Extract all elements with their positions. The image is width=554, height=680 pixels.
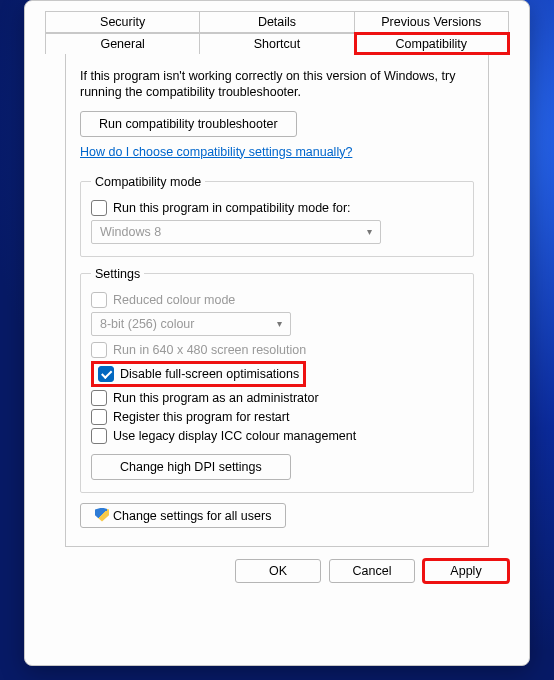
compat-mode-select-value: Windows 8 <box>100 225 161 239</box>
dialog-footer: OK Cancel Apply <box>25 547 529 597</box>
tab-compatibility[interactable]: Compatibility <box>355 33 509 54</box>
colour-mode-select-value: 8-bit (256) colour <box>100 317 195 331</box>
run-admin-label: Run this program as an administrator <box>113 391 319 405</box>
compat-mode-select[interactable]: Windows 8 ▾ <box>91 220 381 244</box>
cancel-button[interactable]: Cancel <box>329 559 415 583</box>
run-admin-checkbox[interactable] <box>91 390 107 406</box>
tab-general[interactable]: General <box>45 33 200 54</box>
change-all-users-button[interactable]: Change settings for all users <box>80 503 286 528</box>
low-res-checkbox <box>91 342 107 358</box>
tab-body: If this program isn't working correctly … <box>65 54 489 547</box>
reduced-colour-checkbox <box>91 292 107 308</box>
colour-mode-select: 8-bit (256) colour ▾ <box>91 312 291 336</box>
settings-legend: Settings <box>91 267 144 281</box>
chevron-down-icon: ▾ <box>367 226 372 237</box>
help-link[interactable]: How do I choose compatibility settings m… <box>80 145 352 159</box>
tab-previous-versions[interactable]: Previous Versions <box>355 11 509 33</box>
compatibility-mode-legend: Compatibility mode <box>91 175 205 189</box>
compatibility-mode-group: Compatibility mode Run this program in c… <box>80 175 474 257</box>
disable-fso-checkbox[interactable] <box>98 366 114 382</box>
tab-strip: Security Details Previous Versions Gener… <box>25 1 529 547</box>
chevron-down-icon: ▾ <box>277 318 282 329</box>
apply-button[interactable]: Apply <box>423 559 509 583</box>
register-restart-label: Register this program for restart <box>113 410 289 424</box>
shield-icon <box>95 508 109 522</box>
legacy-icc-checkbox[interactable] <box>91 428 107 444</box>
properties-window: Security Details Previous Versions Gener… <box>24 0 530 666</box>
change-dpi-button[interactable]: Change high DPI settings <box>91 454 291 480</box>
tab-security[interactable]: Security <box>45 11 200 33</box>
compat-mode-checkbox[interactable] <box>91 200 107 216</box>
legacy-icc-label: Use legacy display ICC colour management <box>113 429 356 443</box>
disable-fso-highlight: Disable full-screen optimisations <box>91 361 306 387</box>
run-troubleshooter-button[interactable]: Run compatibility troubleshooter <box>80 111 297 137</box>
intro-text: If this program isn't working correctly … <box>80 68 474 101</box>
compat-mode-label: Run this program in compatibility mode f… <box>113 201 351 215</box>
reduced-colour-label: Reduced colour mode <box>113 293 235 307</box>
disable-fso-label: Disable full-screen optimisations <box>120 367 299 381</box>
low-res-label: Run in 640 x 480 screen resolution <box>113 343 306 357</box>
ok-button[interactable]: OK <box>235 559 321 583</box>
register-restart-checkbox[interactable] <box>91 409 107 425</box>
tab-shortcut[interactable]: Shortcut <box>200 33 354 54</box>
settings-group: Settings Reduced colour mode 8-bit (256)… <box>80 267 474 493</box>
change-all-users-label: Change settings for all users <box>113 509 271 523</box>
tab-details[interactable]: Details <box>200 11 354 33</box>
